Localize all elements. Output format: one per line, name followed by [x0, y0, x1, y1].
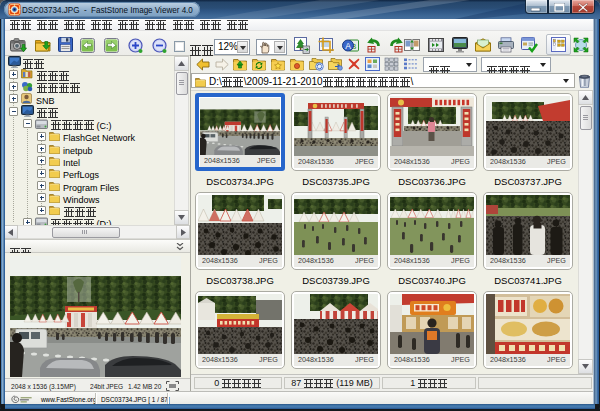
svg-text:A: A: [345, 41, 351, 51]
